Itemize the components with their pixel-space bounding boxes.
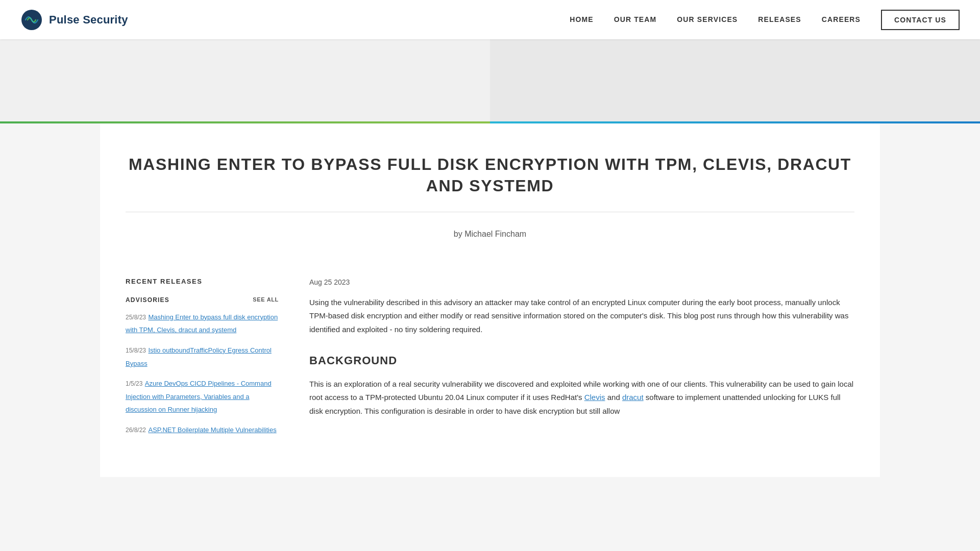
nav-releases[interactable]: RELEASES <box>758 14 801 25</box>
nav-home[interactable]: HOME <box>570 14 593 25</box>
sidebar-section-title: RECENT RELEASES <box>126 277 279 287</box>
article-body: Aug 25 2023 Using the vulnerability desc… <box>309 277 854 446</box>
main-nav: HOME OUR TEAM OUR SERVICES RELEASES CARE… <box>570 10 960 30</box>
release-date: 1/5/23 <box>126 380 142 387</box>
list-item: 25/8/23 Mashing Enter to bypass full dis… <box>126 310 279 336</box>
main-content-wrapper: MASHING ENTER TO BYPASS FULL DISK ENCRYP… <box>100 123 880 477</box>
content-area: RECENT RELEASES ADVISORIES SEE ALL 25/8/… <box>115 277 865 446</box>
hero-bar-green <box>0 121 490 123</box>
nav-our-services[interactable]: OUR SERVICES <box>677 14 738 25</box>
clevis-link[interactable]: Clevis <box>584 393 605 402</box>
list-item: 15/8/23 Istio outboundTrafficPolicy Egre… <box>126 343 279 369</box>
see-all-link[interactable]: SEE ALL <box>253 295 279 305</box>
sidebar-advisories-header: ADVISORIES SEE ALL <box>126 295 279 305</box>
site-header: Pulse Security HOME OUR TEAM OUR SERVICE… <box>0 0 980 39</box>
list-item: 1/5/23 Azure DevOps CICD Pipelines - Com… <box>126 377 279 416</box>
dracut-link[interactable]: dracut <box>622 393 644 402</box>
hero-left-panel <box>0 39 490 123</box>
and-text: and <box>607 393 622 402</box>
article-byline: by Michael Fincham <box>126 222 854 256</box>
hero-bottom-bar <box>0 121 980 123</box>
logo-link[interactable]: Pulse Security <box>20 9 128 31</box>
nav-careers[interactable]: CAREERS <box>822 14 861 25</box>
hero-right-panel <box>490 39 980 123</box>
release-link[interactable]: ASP.NET Boilerplate Multiple Vulnerabili… <box>149 426 277 434</box>
hero-bar-blue <box>490 121 980 123</box>
release-date: 25/8/23 <box>126 314 146 321</box>
hero-section <box>0 39 980 123</box>
release-link[interactable]: Mashing Enter to bypass full disk encryp… <box>126 313 278 334</box>
release-date: 26/8/22 <box>126 427 146 434</box>
logo-icon <box>20 9 43 31</box>
article-title: MASHING ENTER TO BYPASS FULL DISK ENCRYP… <box>126 154 854 196</box>
release-date: 15/8/23 <box>126 347 146 354</box>
nav-our-team[interactable]: OUR TEAM <box>614 14 657 25</box>
list-item: 26/8/22 ASP.NET Boilerplate Multiple Vul… <box>126 423 279 436</box>
release-link[interactable]: Istio outboundTrafficPolicy Egress Contr… <box>126 346 272 367</box>
article-date: Aug 25 2023 <box>309 277 854 288</box>
article-divider <box>126 212 854 212</box>
release-link[interactable]: Azure DevOps CICD Pipelines - Command In… <box>126 380 272 413</box>
sidebar-advisories-title: ADVISORIES <box>126 295 169 305</box>
article-intro: Using the vulnerability described in thi… <box>309 296 854 336</box>
sidebar: RECENT RELEASES ADVISORIES SEE ALL 25/8/… <box>126 277 279 446</box>
logo-text: Pulse Security <box>49 11 128 29</box>
sidebar-advisories: ADVISORIES SEE ALL 25/8/23 Mashing Enter… <box>126 295 279 436</box>
contact-button[interactable]: CONTACT US <box>881 10 960 30</box>
article-header: MASHING ENTER TO BYPASS FULL DISK ENCRYP… <box>115 123 865 277</box>
background-heading: BACKGROUND <box>309 352 854 369</box>
background-text: This is an exploration of a real securit… <box>309 378 854 418</box>
